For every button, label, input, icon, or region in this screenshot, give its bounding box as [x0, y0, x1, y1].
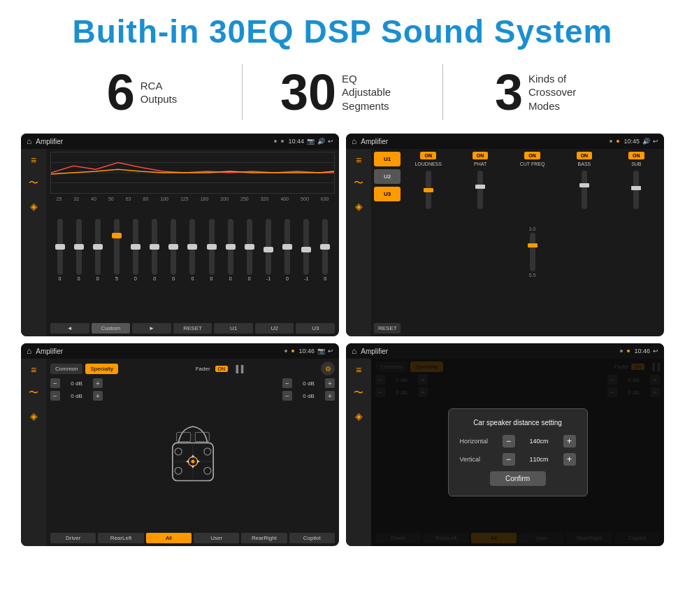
u3-preset[interactable]: U3	[374, 187, 401, 201]
reset-btn-mode[interactable]: RESET	[374, 323, 401, 334]
eq-screen-content: ≡ 〜 ◈ 25 32 40 5	[21, 149, 339, 336]
slider-250: 0	[247, 219, 252, 281]
back-icon-tr: ↩	[653, 138, 658, 145]
all-btn[interactable]: All	[146, 533, 192, 543]
driver-btn[interactable]: Driver	[50, 533, 96, 543]
slider-80: 0	[152, 219, 157, 281]
slider-500: -1	[303, 219, 309, 281]
prev-btn[interactable]: ◄	[50, 323, 89, 334]
plus-br[interactable]: +	[325, 391, 335, 401]
loudness-channel: ON LOUDNESS	[403, 152, 453, 168]
back-icon-bl: ↩	[328, 348, 333, 354]
minus-bl[interactable]: −	[50, 391, 60, 401]
screen-title-bl: Amplifier	[36, 348, 280, 355]
stat-eq-text: EQ Adjustable Segments	[342, 72, 405, 113]
svg-point-11	[203, 467, 210, 474]
eq-sidebar: ≡ 〜 ◈	[21, 149, 46, 336]
page-header: Buith-in 30EQ DSP Sound System	[0, 0, 685, 57]
distance-dialog: Car speaker distance setting Horizontal …	[448, 408, 588, 496]
eq-bottom-bar: ◄ Custom ► RESET U1 U2 U3	[50, 323, 335, 334]
eq-icon[interactable]: ≡	[31, 155, 36, 166]
home-icon: ⌂	[27, 136, 31, 146]
stats-row: 6 RCA Outputs 30 EQ Adjustable Segments …	[0, 57, 685, 130]
slider-100: 0	[171, 219, 176, 281]
u1-btn[interactable]: U1	[214, 323, 253, 334]
minus-br[interactable]: −	[282, 391, 292, 401]
confirm-button[interactable]: Confirm	[490, 471, 546, 486]
wave-icon-br[interactable]: 〜	[354, 387, 363, 399]
copilot-btn[interactable]: Copilot	[289, 533, 335, 543]
loudness-toggle[interactable]: ON	[420, 152, 436, 159]
val-br: 0 dB	[294, 393, 324, 399]
u2-btn[interactable]: U2	[255, 323, 294, 334]
slider-50: 5	[114, 219, 120, 281]
home-icon-br: ⌂	[352, 346, 356, 356]
wave-icon-tr[interactable]: 〜	[354, 177, 363, 189]
dialog-title: Car speaker distance setting	[460, 419, 576, 427]
u1-preset[interactable]: U1	[374, 152, 401, 166]
horizontal-row: Horizontal − 140cm +	[460, 435, 576, 447]
speaker-middle: − 0 dB + − 0 dB +	[50, 378, 335, 530]
bass-channel: ON BASS	[559, 152, 609, 168]
distance-screen-content: ≡ 〜 ◈ Common Specialty Fader ON ▐▐	[346, 359, 664, 546]
rearright-btn[interactable]: RearRight	[241, 533, 287, 543]
stat-crossover: 3 Kinds of Crossover Modes	[443, 67, 643, 117]
dot-bl-1	[284, 350, 287, 352]
wave-icon-bl[interactable]: 〜	[29, 387, 38, 399]
plus-bl[interactable]: +	[93, 391, 103, 401]
stat-crossover-number: 3	[495, 67, 523, 117]
user-btn[interactable]: User	[194, 533, 239, 543]
status-icons-br: 10:46 ↩	[634, 348, 658, 354]
cutfreq-toggle[interactable]: ON	[524, 152, 540, 159]
reset-btn-eq[interactable]: RESET	[173, 323, 212, 334]
play-btn[interactable]: ►	[132, 323, 171, 334]
minus-tr[interactable]: −	[282, 378, 292, 388]
vertical-minus[interactable]: −	[503, 453, 515, 466]
status-icons-tr: 10:45 🔊 ↩	[623, 138, 658, 145]
status-bar-bl: ⌂ Amplifier 10:46 📷 ↩	[21, 343, 339, 359]
svg-marker-14	[191, 454, 194, 457]
common-tab[interactable]: Common	[50, 364, 82, 374]
speaker-icon-tr[interactable]: ◈	[355, 201, 363, 212]
speaker-icon[interactable]: ◈	[30, 201, 38, 212]
sub-toggle[interactable]: ON	[628, 152, 644, 159]
u3-btn[interactable]: U3	[296, 323, 335, 334]
specialty-tab[interactable]: Specialty	[85, 364, 117, 374]
rearleft-btn[interactable]: RearLeft	[98, 533, 143, 543]
horizontal-plus[interactable]: +	[563, 435, 576, 447]
plus-tr[interactable]: +	[325, 378, 335, 388]
plus-tl[interactable]: +	[93, 378, 103, 388]
eq-area: 25 32 40 50 63 80 100 125 160 200 250 32…	[46, 149, 339, 336]
settings-icon[interactable]: ⚙	[321, 361, 335, 375]
wave-icon[interactable]: 〜	[29, 177, 38, 189]
speaker-icon-bl[interactable]: ◈	[30, 410, 38, 422]
horizontal-value: 140cm	[519, 438, 559, 445]
cam-icon-bl: 📷	[317, 348, 325, 354]
eq-icon-tr[interactable]: ≡	[356, 155, 361, 166]
eq-freq-labels: 25 32 40 50 63 80 100 125 160 200 250 32…	[50, 196, 335, 201]
stat-crossover-text: Kinds of Crossover Modes	[528, 72, 591, 113]
stat-eq-number: 30	[280, 67, 336, 117]
back-icon: ↩	[328, 138, 333, 145]
control-row-br: − 0 dB +	[282, 391, 335, 401]
u2-preset[interactable]: U2	[374, 169, 401, 184]
fader-on[interactable]: ON	[215, 366, 229, 372]
home-icon-tr: ⌂	[352, 136, 356, 146]
phat-toggle[interactable]: ON	[473, 152, 489, 159]
vertical-row: Vertical − 110cm +	[460, 453, 576, 466]
bass-toggle[interactable]: ON	[577, 152, 593, 159]
controls-right: − 0 dB + − 0 dB +	[282, 378, 335, 530]
vertical-plus[interactable]: +	[563, 453, 576, 466]
horizontal-minus[interactable]: −	[503, 435, 515, 447]
speaker-icon-br2[interactable]: ◈	[355, 410, 363, 422]
vertical-value: 110cm	[519, 456, 559, 463]
fader-slider[interactable]: ▐▐	[233, 365, 243, 373]
status-bar-tr: ⌂ Amplifier 10:45 🔊 ↩	[346, 134, 664, 149]
status-dot-tr-1	[610, 140, 612, 143]
custom-btn[interactable]: Custom	[92, 323, 131, 334]
eq-graph	[50, 152, 335, 194]
dot-bl-2	[291, 350, 294, 352]
eq-icon-bl[interactable]: ≡	[31, 364, 36, 375]
minus-tl[interactable]: −	[50, 378, 60, 388]
eq-icon-br[interactable]: ≡	[356, 364, 361, 375]
